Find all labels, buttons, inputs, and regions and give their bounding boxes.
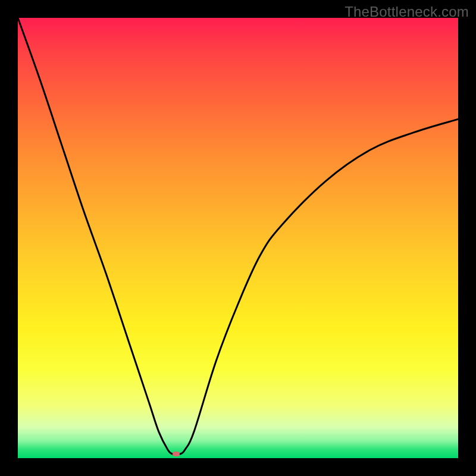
bottleneck-curve bbox=[18, 18, 458, 458]
optimal-point-marker bbox=[173, 452, 180, 456]
plot-area bbox=[18, 18, 458, 458]
curve-path bbox=[18, 18, 458, 454]
chart-frame: TheBottleneck.com bbox=[0, 0, 476, 476]
watermark-text: TheBottleneck.com bbox=[345, 4, 469, 20]
